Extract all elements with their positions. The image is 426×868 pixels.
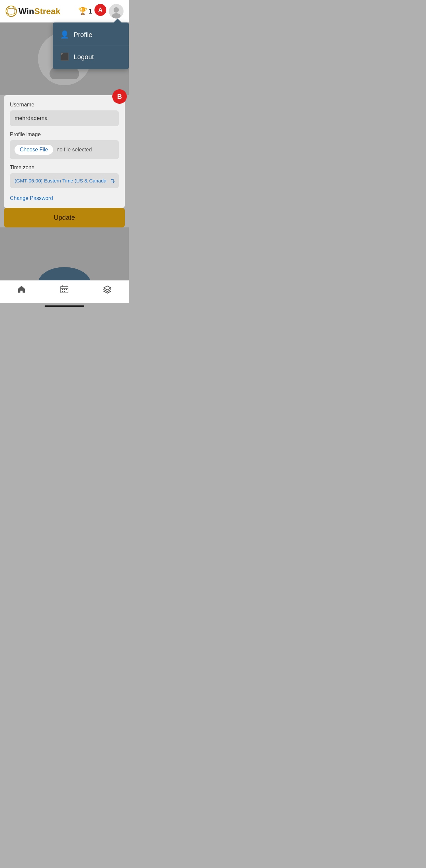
mountain-shape: [38, 254, 91, 280]
header-right: 🏆 1 🔔 A: [78, 4, 124, 19]
trophy-area: 🏆 1: [78, 7, 92, 16]
svg-rect-14: [64, 291, 65, 292]
logo-win: Win: [19, 6, 34, 16]
svg-point-8: [38, 267, 91, 280]
logout-menu-label: Logout: [74, 53, 94, 61]
timezone-select[interactable]: (GMT-05:00) Eastern Time (US & Canada) (…: [10, 173, 119, 188]
menu-divider: [53, 45, 129, 46]
nav-home[interactable]: [0, 285, 43, 296]
header: WinStreak 🏆 1 🔔 A: [0, 0, 129, 23]
no-file-text: no file selected: [57, 147, 92, 153]
trophy-count: 1: [89, 8, 92, 15]
nav-calendar[interactable]: [43, 285, 86, 296]
badge-a: A: [94, 4, 106, 16]
dropdown-menu: 👤 Profile ⬛ Logout: [53, 23, 129, 69]
logout-menu-icon: ⬛: [60, 53, 69, 61]
profile-menu-label: Profile: [74, 31, 93, 39]
timezone-label: Time zone: [10, 165, 119, 170]
bottom-nav: [0, 280, 129, 303]
svg-rect-13: [62, 291, 63, 292]
calendar-icon: [60, 285, 69, 296]
svg-point-5: [112, 13, 121, 19]
profile-menu-icon: 👤: [60, 30, 69, 39]
badge-b: B: [112, 89, 127, 104]
nav-layers[interactable]: [86, 285, 129, 296]
logo-icon: [5, 5, 17, 17]
logout-menu-item[interactable]: ⬛ Logout: [53, 47, 129, 66]
bottom-bar: [44, 305, 84, 307]
profile-image-label: Profile image: [10, 131, 119, 137]
profile-menu-item[interactable]: 👤 Profile: [53, 25, 129, 44]
username-label: Username: [10, 102, 119, 108]
below-area: [0, 227, 129, 280]
timezone-wrapper: (GMT-05:00) Eastern Time (US & Canada) (…: [10, 173, 119, 188]
layers-icon: [103, 285, 112, 296]
file-input-row: Choose File no file selected: [10, 140, 119, 159]
avatar-button[interactable]: [109, 4, 124, 19]
change-password-link[interactable]: Change Password: [10, 193, 53, 205]
logo: WinStreak: [5, 5, 60, 17]
svg-rect-11: [64, 289, 65, 290]
username-input[interactable]: [10, 111, 119, 126]
svg-rect-10: [62, 289, 63, 290]
trophy-icon: 🏆: [78, 7, 87, 16]
svg-point-4: [113, 7, 119, 12]
choose-file-button[interactable]: Choose File: [14, 145, 53, 155]
update-button[interactable]: Update: [4, 208, 125, 227]
profile-form: B Username Profile image Choose File no …: [4, 95, 125, 208]
avatar-icon: [109, 4, 124, 19]
logo-streak: Streak: [34, 6, 60, 16]
svg-rect-12: [66, 289, 67, 290]
svg-point-1: [8, 6, 15, 17]
home-icon: [17, 285, 26, 296]
